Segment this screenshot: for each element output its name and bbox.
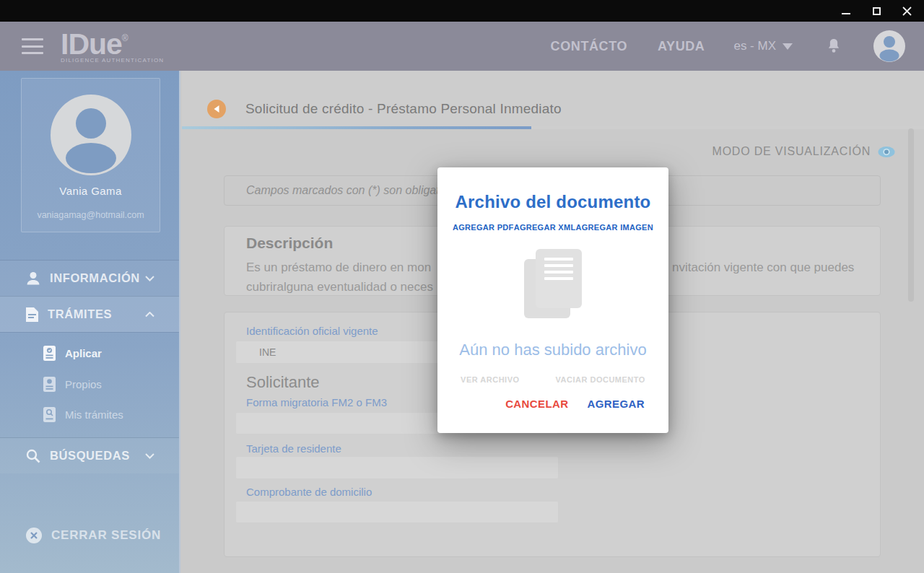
- sidebar-item-informacion[interactable]: INFORMACIÓN: [0, 260, 179, 296]
- modal-add-actions: AGREGAR PDF AGREGAR XML AGREGAR IMAGEN: [437, 223, 668, 232]
- sidebar-subitem-label: Aplicar: [65, 347, 102, 359]
- logo-title: IDue®: [61, 30, 164, 59]
- field-label-comprobante: Comprobante de domicilio: [246, 486, 372, 498]
- user-card: Vania Gama vaniagamag@hotmail.com: [21, 78, 160, 232]
- profile-button[interactable]: [873, 30, 905, 62]
- document-icon: [26, 307, 38, 322]
- sidebar-item-label: TRÁMITES: [48, 307, 112, 321]
- window-titlebar: [0, 0, 924, 22]
- notice-text: Campos marcados con (*) son obligatorios: [246, 184, 464, 197]
- field-label-tarjeta-residente: Tarjeta de residente: [246, 442, 341, 455]
- modal-footer-buttons: CANCELAR AGREGAR: [505, 398, 645, 410]
- description-heading: Descripción: [246, 235, 333, 252]
- sidebar-item-label: INFORMACIÓN: [50, 271, 140, 285]
- modal-title: Archivo del documento: [437, 192, 668, 212]
- view-mode-label: MODO DE VISUALIZACIÓN: [712, 145, 871, 158]
- page-header: [182, 71, 924, 126]
- app-header: IDue® DILIGENCE AUTHENTICATION CONTÁCTO …: [0, 22, 924, 71]
- sidebar-subitem-propios[interactable]: Propios: [43, 377, 102, 392]
- view-mode: MODO DE VISUALIZACIÓN: [712, 145, 896, 158]
- close-icon: [902, 6, 912, 16]
- chevron-down-icon: [145, 276, 154, 281]
- scrollbar-thumb[interactable]: [908, 128, 914, 302]
- language-selector[interactable]: es - MX: [733, 39, 793, 53]
- cancel-button[interactable]: CANCELAR: [505, 398, 568, 410]
- user-email: vaniagamag@hotmail.com: [22, 210, 160, 220]
- menu-icon[interactable]: [22, 38, 43, 54]
- user-avatar-icon: [51, 95, 131, 175]
- close-button[interactable]: [901, 5, 912, 17]
- field-input-tarjeta-residente[interactable]: [236, 457, 558, 478]
- back-button[interactable]: [207, 100, 226, 118]
- description-text: Es un préstamo de dinero en mon: [246, 261, 431, 275]
- no-file-message: Aún no has subido archivo: [437, 341, 668, 359]
- agregar-xml-button[interactable]: AGREGAR XML: [514, 223, 576, 232]
- progress-bar: [182, 126, 924, 129]
- app-window: IDue® DILIGENCE AUTHENTICATION CONTÁCTO …: [0, 0, 924, 573]
- search-icon: [26, 449, 40, 463]
- confirm-add-button[interactable]: AGREGAR: [588, 398, 645, 410]
- search-document-icon: [43, 407, 56, 422]
- sidebar: Vania Gama vaniagamag@hotmail.com INFORM…: [0, 71, 180, 573]
- chevron-down-icon: [783, 43, 793, 50]
- nav-ayuda[interactable]: AYUDA: [658, 39, 705, 54]
- nav-contacto[interactable]: CONTÁCTO: [551, 39, 627, 54]
- id-card-icon: [43, 377, 56, 392]
- sidebar-subitem-label: Propios: [65, 378, 102, 390]
- maximize-button[interactable]: [871, 5, 882, 17]
- notifications-button[interactable]: [826, 38, 842, 55]
- tramites-submenu: Aplicar Propios: [0, 332, 179, 437]
- avatar-icon: [873, 30, 905, 62]
- maximize-icon: [873, 7, 881, 15]
- ver-archivo-button[interactable]: VER ARCHIVO: [461, 375, 520, 384]
- app-logo: IDue® DILIGENCE AUTHENTICATION: [61, 30, 164, 64]
- agregar-imagen-button[interactable]: AGREGAR IMAGEN: [576, 223, 653, 232]
- person-icon: [26, 271, 40, 286]
- document-file-modal: Archivo del documento AGREGAR PDF AGREGA…: [437, 167, 668, 433]
- description-text: nvitación vigente con que puedes: [672, 261, 854, 275]
- sidebar-subitem-label: Mis trámites: [65, 408, 123, 421]
- chevron-up-icon: [145, 312, 154, 318]
- chevron-down-icon: [145, 453, 154, 459]
- bell-icon: [826, 38, 842, 55]
- page-title: Solicitud de crédito - Préstamo Personal…: [245, 101, 562, 117]
- field-label-identificacion: Identificación oficial vigente: [246, 325, 378, 337]
- user-name: Vania Gama: [22, 185, 160, 197]
- apply-card-icon: [43, 346, 56, 361]
- vaciar-documento-button[interactable]: VACIAR DOCUMENTO: [556, 375, 645, 384]
- modal-file-actions: VER ARCHIVO VACIAR DOCUMENTO: [437, 375, 668, 384]
- registered-mark: ®: [122, 33, 128, 43]
- logo-subtitle: DILIGENCE AUTHENTICATION: [61, 58, 164, 64]
- agregar-pdf-button[interactable]: AGREGAR PDF: [453, 223, 514, 232]
- minimize-button[interactable]: [840, 5, 852, 17]
- section-heading-solicitante: Solicitante: [246, 373, 320, 392]
- language-label: es - MX: [733, 39, 776, 53]
- close-circle-icon: [26, 528, 42, 543]
- sidebar-subitem-aplicar[interactable]: Aplicar: [43, 346, 102, 361]
- arrow-left-icon: [213, 105, 220, 113]
- document-stack-icon: [524, 249, 582, 318]
- sidebar-subitem-mis-tramites[interactable]: Mis trámites: [43, 407, 123, 422]
- description-text: cubriralguna eventualidad o neces: [246, 280, 433, 294]
- document-page-front: [536, 249, 582, 308]
- sidebar-item-label: BÚSQUEDAS: [50, 449, 130, 463]
- sidebar-nav: INFORMACIÓN TRÁMITES: [0, 260, 179, 473]
- sidebar-item-tramites[interactable]: TRÁMITES: [0, 296, 179, 332]
- progress-fill: [182, 126, 531, 129]
- view-mode-toggle[interactable]: [878, 146, 895, 158]
- logout-button[interactable]: CERRAR SESIÓN: [26, 520, 161, 551]
- logout-label: CERRAR SESIÓN: [51, 528, 161, 543]
- field-input-comprobante[interactable]: [236, 502, 558, 522]
- eye-icon: [878, 146, 895, 158]
- minimize-icon: [842, 13, 850, 14]
- field-label-forma-migratoria: Forma migratoria FM2 o FM3: [246, 396, 387, 408]
- sidebar-item-busquedas[interactable]: BÚSQUEDAS: [0, 437, 179, 473]
